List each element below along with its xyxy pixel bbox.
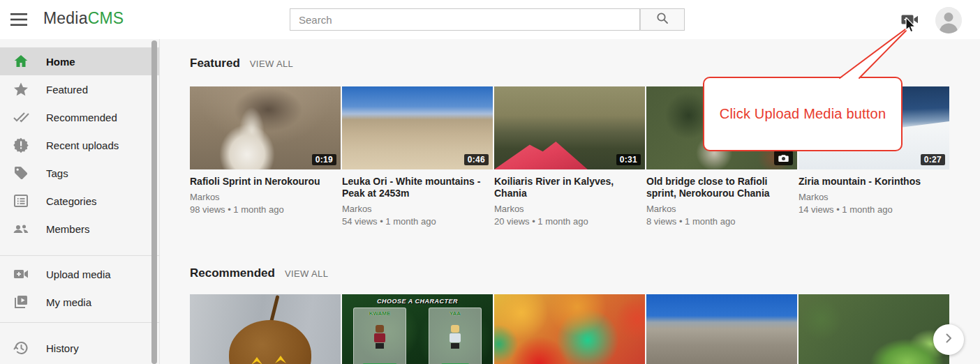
duration-badge: 0:31 <box>616 154 641 165</box>
video-thumbnail-stone-fountain[interactable]: 0:19 <box>190 86 341 169</box>
video-author[interactable]: Markos <box>494 204 645 214</box>
upload-media-icon[interactable] <box>901 11 919 28</box>
video-author[interactable]: Markos <box>342 204 493 214</box>
video-thumbnail-river-kayak[interactable]: 0:31 <box>494 86 645 169</box>
sidebar-scrollbar[interactable] <box>151 40 157 364</box>
recommended-title: Recommended <box>190 266 275 280</box>
sidebar-item-tags[interactable]: Tags <box>0 159 159 187</box>
chevron-right-icon <box>942 332 955 347</box>
sidebar-item-recommended[interactable]: Recommended <box>0 103 159 131</box>
sidebar-label: Recent uploads <box>46 139 119 151</box>
media-card: 0:19 Rafioli Sprint in Nerokourou Markos… <box>190 86 341 227</box>
my-media-icon <box>13 294 29 310</box>
media-card: 0:31 Koiliaris River in Kalyves, Chania … <box>494 86 645 227</box>
duration-badge: 0:19 <box>312 154 336 165</box>
video-author[interactable]: Markos <box>799 192 949 202</box>
menu-icon[interactable] <box>10 11 28 28</box>
home-icon <box>13 53 29 70</box>
video-thumbnail-green-leaves[interactable] <box>799 294 949 364</box>
recommended-cards-row: CHOOSE A CHARACTER KWAME Selected YAA Se… <box>190 294 949 364</box>
video-title[interactable]: Ziria mountain - Korinthos <box>799 176 949 188</box>
sidebar-label: Home <box>46 56 75 68</box>
sidebar-label: Members <box>46 223 90 235</box>
featured-section-header: Featured VIEW ALL <box>190 56 293 70</box>
mediacms-logo[interactable]: MediaCMS <box>43 9 124 28</box>
video-meta: 20 views • 1 month ago <box>494 216 645 227</box>
sidebar-label: History <box>46 342 79 354</box>
thumbnail-art <box>494 130 588 169</box>
video-thumbnail-rocky-mountain[interactable] <box>646 294 797 364</box>
sidebar-label: My media <box>46 296 91 308</box>
video-title[interactable]: Old bridge close to Rafioli sprint, Nero… <box>646 176 797 199</box>
sidebar-item-recent-uploads[interactable]: Recent uploads <box>0 131 159 159</box>
annotation-tooltip: Click Upload Media button <box>703 77 903 151</box>
sidebar-item-members[interactable]: Members <box>0 215 159 243</box>
sidebar-item-categories[interactable]: Categories <box>0 187 159 215</box>
top-header: MediaCMS <box>0 0 980 39</box>
double-check-icon <box>13 109 29 126</box>
sidebar-label: Recommended <box>46 112 117 123</box>
media-card <box>799 294 949 364</box>
search-input[interactable] <box>290 8 640 31</box>
recommended-section-header: Recommended VIEW ALL <box>190 266 328 280</box>
user-avatar[interactable] <box>935 7 962 33</box>
duration-badge: 0:27 <box>921 154 945 165</box>
sidebar-label: Tags <box>46 167 68 179</box>
new-releases-icon <box>13 137 29 153</box>
thumbnail-text-name: KWAME <box>354 310 406 317</box>
sidebar: Home Featured Recommended Recent uploads… <box>0 39 160 364</box>
members-icon <box>13 220 29 237</box>
sidebar-label: Featured <box>46 84 88 96</box>
tag-icon <box>13 165 29 181</box>
star-icon <box>13 81 29 98</box>
search-icon <box>656 12 669 27</box>
video-author[interactable]: Markos <box>190 192 341 202</box>
video-meta: 8 views • 1 month ago <box>646 216 797 227</box>
categories-icon <box>13 192 29 209</box>
thumbnail-text-heading: CHOOSE A CHARACTER <box>342 298 493 305</box>
sidebar-divider <box>0 322 159 323</box>
media-card: 0:46 Leuka Ori - White mountains - Peak … <box>342 86 493 227</box>
video-title[interactable]: Leuka Ori - White mountains - Peak at 24… <box>342 176 493 199</box>
media-card: CHOOSE A CHARACTER KWAME Selected YAA Se… <box>342 294 493 364</box>
thumbnail-art: KWAME Selected <box>353 308 406 364</box>
thumbnail-art: YAA Select <box>429 308 482 364</box>
logo-text-cms: CMS <box>88 9 124 27</box>
history-icon <box>13 340 29 356</box>
video-thumbnail-pumpkin-craft[interactable] <box>190 294 341 364</box>
camera-icon <box>774 151 793 165</box>
video-thumbnail-game-choose-character[interactable]: CHOOSE A CHARACTER KWAME Selected YAA Se… <box>342 294 493 364</box>
logo-text-media: Media <box>43 9 88 27</box>
thumbnail-art <box>449 325 461 349</box>
duration-badge: 0:46 <box>464 154 489 165</box>
sidebar-item-upload-media[interactable]: Upload media <box>0 260 159 288</box>
media-card <box>494 294 645 364</box>
video-meta: 98 views • 1 month ago <box>190 204 341 215</box>
sidebar-divider <box>0 255 159 256</box>
video-meta: 14 views • 1 month ago <box>799 204 949 215</box>
carousel-next-button[interactable] <box>933 324 964 355</box>
featured-view-all-link[interactable]: VIEW ALL <box>250 59 293 69</box>
media-card <box>646 294 797 364</box>
sidebar-item-home[interactable]: Home <box>0 47 159 75</box>
annotation-text: Click Upload Media button <box>720 106 886 122</box>
sidebar-item-my-media[interactable]: My media <box>0 288 159 316</box>
thumbnail-text-name: YAA <box>429 310 481 317</box>
sidebar-label: Upload media <box>46 268 111 280</box>
recommended-view-all-link[interactable]: VIEW ALL <box>285 268 328 279</box>
video-meta: 54 views • 1 month ago <box>342 216 493 227</box>
video-title[interactable]: Koiliaris River in Kalyves, Chania <box>494 176 645 199</box>
sidebar-item-history[interactable]: History <box>0 334 159 362</box>
sidebar-label: Categories <box>46 195 97 207</box>
search-bar <box>290 8 685 31</box>
thumbnail-art <box>229 320 311 364</box>
video-author[interactable]: Markos <box>646 204 797 214</box>
video-title[interactable]: Rafioli Sprint in Nerokourou <box>190 176 341 188</box>
mediacms-app: MediaCMS Home Featured <box>0 0 980 364</box>
media-card <box>190 294 341 364</box>
upload-media-icon <box>13 266 29 282</box>
search-button[interactable] <box>640 8 685 31</box>
sidebar-item-featured[interactable]: Featured <box>0 75 159 103</box>
video-thumbnail-abstract-colors[interactable] <box>494 294 645 364</box>
video-thumbnail-desert-mountains[interactable]: 0:46 <box>342 86 493 169</box>
